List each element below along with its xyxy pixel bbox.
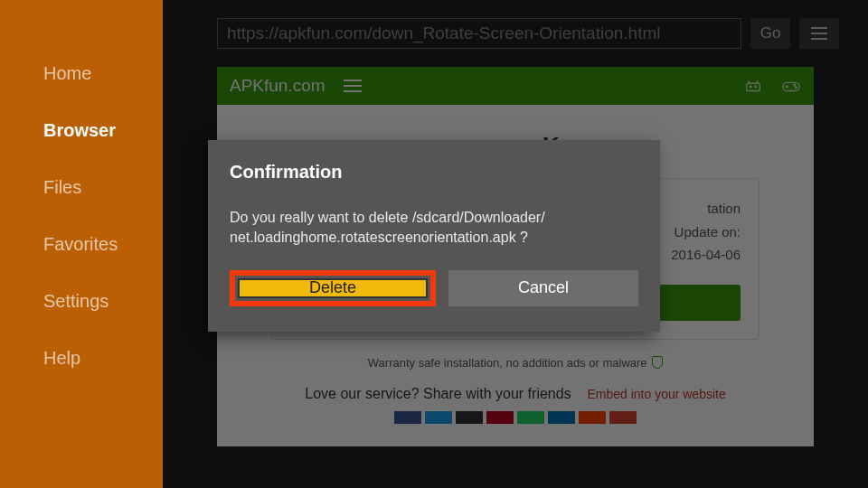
- dialog-buttons: Delete Cancel: [230, 270, 638, 306]
- sidebar-item-home[interactable]: Home: [0, 45, 163, 102]
- sidebar-item-browser[interactable]: Browser: [0, 102, 163, 159]
- app-root: Home Browser Files Favorites Settings He…: [0, 0, 868, 488]
- sidebar-item-files[interactable]: Files: [0, 159, 163, 216]
- dialog-message: Do you really want to delete /sdcard/Dow…: [230, 208, 638, 249]
- sidebar-item-favorites[interactable]: Favorites: [0, 216, 163, 273]
- dialog-title: Confirmation: [230, 162, 638, 183]
- cancel-button[interactable]: Cancel: [448, 270, 638, 306]
- sidebar: Home Browser Files Favorites Settings He…: [0, 0, 163, 488]
- sidebar-item-settings[interactable]: Settings: [0, 273, 163, 330]
- sidebar-item-help[interactable]: Help: [0, 330, 163, 387]
- delete-button[interactable]: Delete: [238, 278, 428, 298]
- delete-button-highlight: Delete: [230, 270, 436, 306]
- confirmation-dialog: Confirmation Do you really want to delet…: [208, 140, 660, 332]
